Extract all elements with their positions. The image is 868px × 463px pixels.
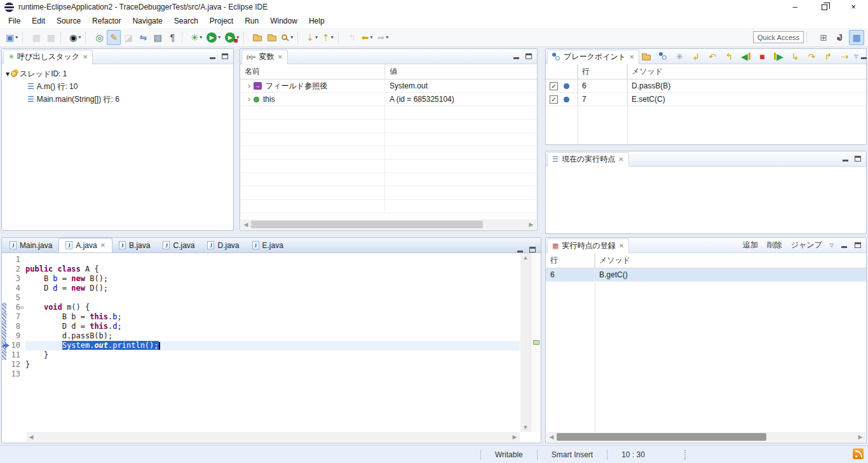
close-icon[interactable]: ✕: [619, 242, 624, 249]
code-line[interactable]: 5: [2, 293, 520, 303]
save-button[interactable]: ▦: [29, 30, 43, 45]
expander-icon[interactable]: ›: [245, 81, 254, 90]
step-over-button[interactable]: ↷: [804, 49, 818, 64]
close-icon[interactable]: ✕: [629, 53, 634, 60]
step-back-over-button[interactable]: ↶: [705, 49, 719, 64]
occurrence-marker[interactable]: [533, 340, 539, 345]
gutter[interactable]: 9: [2, 331, 25, 341]
dropdown-arrow-icon[interactable]: ▾: [315, 34, 318, 40]
stack-frame[interactable]: ☰A.m() 行: 10: [6, 80, 233, 93]
code-line[interactable]: 6⊖ void m() {: [2, 303, 520, 312]
code-line[interactable]: 1: [2, 255, 520, 265]
step-back-into-button[interactable]: ↲: [689, 49, 703, 64]
editor-tab-b-java[interactable]: JB.java: [112, 238, 156, 252]
editor-hscrollbar[interactable]: ◀▶: [26, 432, 520, 442]
code-line[interactable]: 12}: [2, 360, 520, 370]
column-value[interactable]: 値: [385, 64, 537, 79]
breakpoint-row[interactable]: ✓7E.setC(C): [546, 93, 866, 106]
restore-window-button[interactable]: [810, 0, 839, 14]
open-trace-button[interactable]: [639, 49, 653, 64]
gutter[interactable]: 6⊖: [2, 303, 25, 312]
highlight-button[interactable]: ✎: [107, 30, 121, 45]
breakpoint-row[interactable]: ✓6D.passB(B): [546, 79, 866, 93]
gutter[interactable]: 11: [2, 350, 25, 360]
editor-tab-main-java[interactable]: JMain.java: [3, 238, 58, 252]
debug-sun-button[interactable]: ✳: [672, 49, 686, 64]
registry-hscrollbar[interactable]: ◀▶: [546, 432, 865, 442]
show-whitespace-button[interactable]: ¶: [165, 30, 179, 45]
maximize-view-button[interactable]: [222, 53, 228, 59]
menu-navigate[interactable]: Navigate: [126, 15, 168, 27]
editor-tab-a-java[interactable]: JA.java✕: [58, 238, 112, 252]
debug-perspective-button[interactable]: ▦: [849, 30, 864, 45]
tab-current-execution-point[interactable]: ☰ 現在の実行時点 ✕: [547, 152, 629, 167]
minimize-editor-button[interactable]: [517, 251, 523, 252]
view-menu-icon[interactable]: ▽: [854, 53, 858, 59]
coverage-button[interactable]: ▶▾: [223, 30, 241, 45]
last-edit-location-button[interactable]: ↰: [345, 30, 359, 45]
overview-ruler[interactable]: [531, 253, 541, 432]
gutter[interactable]: 1: [2, 255, 25, 265]
thread-node[interactable]: ▾スレッドID: 1: [6, 67, 233, 80]
breakpoint-checkbox[interactable]: ✓: [550, 95, 558, 104]
close-icon[interactable]: ✕: [277, 53, 282, 60]
variable-row[interactable]: ›→フィールド参照後System.out: [240, 79, 537, 93]
column-method[interactable]: メソッド: [595, 253, 866, 268]
editor-tab-c-java[interactable]: JC.java: [156, 238, 201, 252]
dropdown-arrow-icon[interactable]: ▾: [15, 34, 18, 40]
code-line[interactable]: 10 System.out.println();: [2, 341, 520, 350]
minimize-view-button[interactable]: [513, 57, 519, 59]
gutter[interactable]: 3: [2, 274, 25, 284]
next-annotation-button[interactable]: ⇣▾: [304, 30, 320, 45]
code-line[interactable]: 13: [2, 370, 520, 379]
maximize-editor-button[interactable]: [529, 247, 536, 252]
breakpoint-checkbox[interactable]: ✓: [550, 82, 558, 90]
minimize-view-button[interactable]: [861, 57, 867, 59]
run-button[interactable]: ▶▾: [205, 30, 222, 45]
variables-hscrollbar[interactable]: ◀▶: [241, 219, 536, 230]
step-back-return-button[interactable]: ↰: [722, 49, 736, 64]
resume-forward-button[interactable]: ▶: [771, 49, 785, 64]
minimize-window-button[interactable]: –: [780, 0, 810, 14]
menu-run[interactable]: Run: [239, 15, 264, 27]
code-line[interactable]: 3 B b = new B();: [2, 274, 520, 284]
view-menu-icon[interactable]: ▽: [830, 242, 834, 248]
minimize-view-button[interactable]: [841, 246, 847, 248]
minimize-view-button[interactable]: [210, 57, 215, 59]
code-line[interactable]: 8 D d = this.d;: [2, 322, 520, 331]
new-wizard-button[interactable]: ▣▾: [4, 30, 20, 45]
forward-button[interactable]: ➡▾: [376, 30, 391, 45]
menu-window[interactable]: Window: [264, 15, 303, 27]
menu-project[interactable]: Project: [204, 15, 239, 27]
code-line[interactable]: 2public class A {: [2, 265, 520, 274]
fold-marker-icon[interactable]: ⊖: [20, 303, 25, 312]
jump-button[interactable]: ジャンプ: [791, 240, 822, 251]
menu-help[interactable]: Help: [303, 15, 330, 27]
menu-search[interactable]: Search: [168, 15, 204, 27]
maximize-view-button[interactable]: [855, 156, 861, 162]
column-line[interactable]: 行: [578, 64, 627, 79]
menu-refactor[interactable]: Refactor: [86, 15, 126, 27]
stack-frame[interactable]: ☰Main.main(String[]) 行: 6: [6, 93, 233, 106]
open-resource-button[interactable]: [265, 30, 279, 45]
gutter[interactable]: 2: [2, 265, 25, 274]
gutter[interactable]: 7: [2, 312, 25, 322]
code-line[interactable]: 9 d.passB(b);: [2, 331, 520, 341]
delete-button[interactable]: 削除: [767, 240, 782, 251]
close-window-button[interactable]: ×: [839, 0, 868, 14]
gutter[interactable]: 4: [2, 284, 25, 293]
tab-breakpoints[interactable]: ブレークポイント ✕: [547, 50, 639, 64]
trace-camera-button[interactable]: ◎: [92, 30, 106, 45]
dropdown-arrow-icon[interactable]: ▾: [370, 34, 373, 40]
dropdown-arrow-icon[interactable]: ▾: [218, 34, 220, 40]
open-type-button[interactable]: [250, 30, 264, 45]
menu-edit[interactable]: Edit: [26, 15, 51, 27]
console-button[interactable]: ▤: [151, 30, 165, 45]
tab-execution-point-registry[interactable]: ▦ 実行時点の登録 ✕: [547, 238, 629, 253]
column-method[interactable]: メソッド: [627, 64, 866, 79]
code-editor[interactable]: 12public class A {3 B b = new B();4 D d …: [2, 253, 520, 432]
gutter[interactable]: 5: [2, 293, 25, 303]
run-to-line-button[interactable]: ⇢: [837, 49, 851, 64]
dropdown-arrow-icon[interactable]: ▾: [78, 34, 81, 40]
gutter[interactable]: 13: [2, 370, 25, 379]
